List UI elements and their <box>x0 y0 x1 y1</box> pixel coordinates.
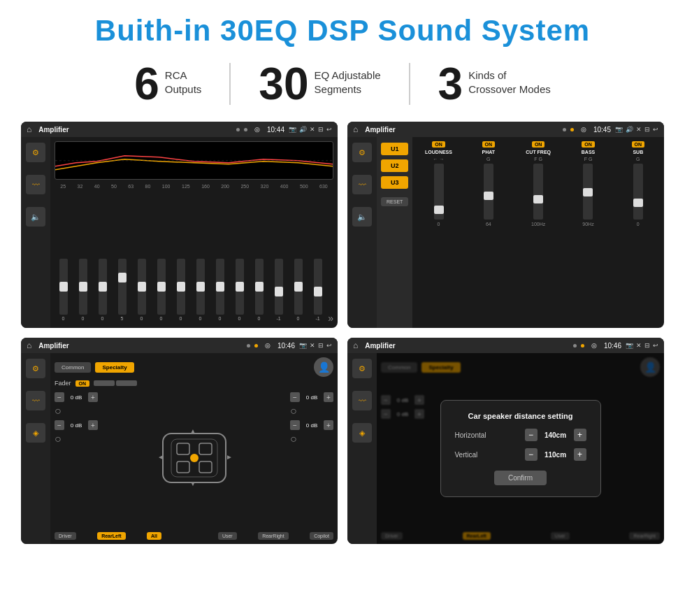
eq-slider-2[interactable]: 0 <box>79 259 87 321</box>
amp-sidebar-icon-2[interactable]: 〰 <box>352 175 372 194</box>
on-badge-phat[interactable]: ON <box>482 141 496 148</box>
fader-sidebar-icon-3[interactable]: ◈ <box>26 423 45 443</box>
svg-text:◄: ◄ <box>157 453 164 461</box>
dist-sidebar-icon-1: ⚙ <box>352 359 372 378</box>
confirm-button[interactable]: Confirm <box>494 471 547 485</box>
horizontal-plus[interactable]: + <box>574 429 586 441</box>
tab-specialty[interactable]: Specialty <box>95 362 134 373</box>
db-plus-fr[interactable]: + <box>324 392 333 402</box>
rearleft-button[interactable]: RearLeft <box>97 532 125 540</box>
svg-rect-6 <box>199 461 212 473</box>
wave-icon-2: 〰 <box>359 180 366 189</box>
eq-slider-14[interactable]: -1 <box>314 259 322 321</box>
db-val-fr: 0 dB <box>302 394 322 401</box>
eq-slider-9[interactable]: 0 <box>216 259 224 321</box>
eq-slider-11[interactable]: 0 <box>255 259 264 321</box>
horizontal-value: 140cm <box>542 431 570 439</box>
fader-h-slider-2[interactable] <box>116 380 137 386</box>
vertical-row: Vertical − 110cm + <box>455 448 586 461</box>
ch-slider-loudness[interactable] <box>434 164 444 220</box>
on-badge-bass[interactable]: ON <box>582 141 595 148</box>
eq-sidebar-icon-3[interactable]: 🔈 <box>26 207 45 227</box>
eq-slider-3[interactable]: 0 <box>99 259 107 321</box>
home-icon-4: ⌂ <box>353 341 358 350</box>
amp-sidebar-icon-1[interactable]: ⚙ <box>352 143 372 162</box>
fader-sidebar-icon-2[interactable]: 〰 <box>26 391 45 410</box>
close-icon-3: ✕ <box>310 342 315 349</box>
avatar-icon-3[interactable]: 👤 <box>314 357 333 377</box>
all-button[interactable]: All <box>147 532 161 540</box>
amp-sidebar-icon-3[interactable]: 🔈 <box>352 207 372 227</box>
ch-slider-bass[interactable] <box>583 164 593 220</box>
eq-slider-8[interactable]: 0 <box>196 259 205 321</box>
tab-common[interactable]: Common <box>55 362 91 373</box>
copilot-button[interactable]: Copilot <box>310 532 333 540</box>
eq-next-button[interactable]: » <box>328 313 333 324</box>
ch-slider-cutfreq[interactable] <box>533 164 543 220</box>
dot-8 <box>581 344 584 348</box>
fader-sidebar-icon-1[interactable]: ⚙ <box>26 359 45 378</box>
status-bar-4: ⌂ Amplifier ◎ 10:46 📷 ✕ ⊟ ↩ <box>347 338 664 353</box>
eq-slider-5[interactable]: 0 <box>138 259 146 321</box>
screen4-content: ⚙ 〰 ◈ Common Specialty 👤 <box>347 353 664 544</box>
db-plus-rr[interactable]: + <box>324 420 333 430</box>
db-minus-fr[interactable]: − <box>290 392 300 402</box>
camera-icon-3: 📷 <box>299 342 307 349</box>
svg-text:▼: ▼ <box>189 480 196 487</box>
balance-icon: ◈ <box>33 429 38 438</box>
channel-phat: ON PHAT G 64 <box>466 141 512 324</box>
ch-name-cutfreq: CUT FREQ <box>526 150 551 155</box>
vertical-minus[interactable]: − <box>525 448 538 461</box>
db-minus-rl[interactable]: − <box>55 420 64 430</box>
db-plus-fl[interactable]: + <box>88 392 98 402</box>
db-minus-rr[interactable]: − <box>290 420 300 430</box>
on-badge-cutfreq[interactable]: ON <box>532 141 545 148</box>
eq-slider-13[interactable]: 0 <box>294 259 303 321</box>
db-minus-fl[interactable]: − <box>55 392 64 402</box>
driver-button[interactable]: Driver <box>55 532 76 540</box>
dot-5 <box>247 344 250 348</box>
channel-sub: ON SUB G 0 <box>615 141 661 324</box>
fader-on-toggle[interactable]: ON <box>75 380 90 387</box>
fader-h-slider-1[interactable] <box>94 380 115 386</box>
on-badge-sub[interactable]: ON <box>632 141 645 148</box>
ch-slider-sub[interactable] <box>633 164 643 220</box>
vertical-plus[interactable]: + <box>574 448 586 461</box>
ch-val-loudness: 0 <box>438 222 440 227</box>
horizontal-minus[interactable]: − <box>525 429 538 441</box>
rearright-button[interactable]: RearRight <box>258 532 289 540</box>
eq-sidebar-icon-1[interactable]: ⚙ <box>26 143 45 162</box>
ch-val-cutfreq: 100Hz <box>531 222 545 227</box>
eq-slider-4[interactable]: 5 <box>118 259 127 321</box>
speaker-circle-rl: ○ <box>55 433 62 445</box>
eq-slider-10[interactable]: 0 <box>236 259 244 321</box>
location-icon-3: ◎ <box>265 342 271 349</box>
svg-rect-3 <box>177 443 189 454</box>
eq-sidebar-icon-2[interactable]: 〰 <box>26 175 45 194</box>
app-title-1: Amplifier <box>38 126 232 134</box>
ch-slider-phat[interactable] <box>484 164 493 220</box>
main-title: Buith-in 30EQ DSP Sound System <box>21 14 664 48</box>
amp-reset-button[interactable]: RESET <box>381 197 408 206</box>
u3-button[interactable]: U3 <box>381 176 408 189</box>
u1-button[interactable]: U1 <box>381 143 408 155</box>
ch-val-bass: 90Hz <box>582 222 593 227</box>
eq-slider-7[interactable]: 0 <box>177 259 185 321</box>
eq-slider-1[interactable]: 0 <box>59 259 68 321</box>
ch-g-sub: G <box>636 157 640 162</box>
stat-label-rca: RCA Outputs <box>165 62 202 96</box>
eq-slider-6[interactable]: 0 <box>157 259 166 321</box>
eq-slider-12[interactable]: -1 <box>275 259 283 321</box>
status-bar-1: ⌂ Amplifier ◎ 10:44 📷 🔊 ✕ ⊟ ↩ <box>21 122 338 137</box>
eq-frequency-labels: 25 32 40 50 63 80 100 125 160 200 250 32… <box>55 184 333 189</box>
dot-6 <box>254 344 258 348</box>
status-icons-1: 📷 🔊 ✕ ⊟ ↩ <box>289 126 332 133</box>
stat-rca: 6 RCA Outputs <box>106 62 229 106</box>
db-plus-rl[interactable]: + <box>88 420 98 430</box>
u2-button[interactable]: U2 <box>381 159 408 172</box>
volume-icon-2: 🔊 <box>626 126 633 133</box>
dot-3 <box>563 128 566 131</box>
on-badge-loudness[interactable]: ON <box>432 141 445 148</box>
user-button[interactable]: User <box>218 532 237 540</box>
speaker-layout-area: − 0 dB + ○ − 0 dB + <box>55 389 333 529</box>
